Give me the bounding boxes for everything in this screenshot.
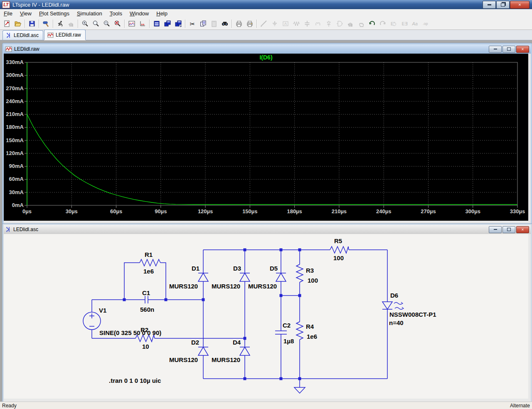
- component-d4[interactable]: [240, 338, 250, 379]
- component-d5[interactable]: [276, 250, 286, 296]
- component-r5[interactable]: [330, 246, 349, 253]
- trace-I(D6)[interactable]: [27, 62, 517, 205]
- r2-name-label[interactable]: R2: [140, 326, 148, 333]
- copy-button[interactable]: [198, 19, 209, 29]
- component-c2[interactable]: [275, 296, 287, 379]
- menu-view[interactable]: View: [16, 10, 35, 17]
- tab-label: LEDlidl.asc: [14, 32, 39, 38]
- ground-symbol[interactable]: [294, 379, 305, 393]
- component-v1[interactable]: [83, 300, 101, 338]
- d3-value-label[interactable]: MURS120: [212, 283, 240, 290]
- c2-name-label[interactable]: C2: [283, 322, 291, 329]
- waveform-window-titlebar[interactable]: LEDlidl.raw ×: [4, 44, 531, 54]
- component-r3[interactable]: [296, 250, 303, 296]
- menu-file[interactable]: File: [0, 10, 16, 17]
- d5-name-label[interactable]: D5: [270, 265, 278, 272]
- menu-window[interactable]: Window: [126, 10, 153, 17]
- tile-vertical-button[interactable]: [151, 19, 162, 29]
- trace-legend[interactable]: I(D6): [4, 54, 528, 61]
- menu-plot-settings[interactable]: Plot Settings: [35, 10, 73, 17]
- new-schematic-button[interactable]: [2, 19, 12, 29]
- save-button[interactable]: [27, 19, 37, 29]
- tab-ledlidl-raw[interactable]: LEDlidl.raw: [44, 30, 86, 40]
- autorange-button[interactable]: [126, 19, 137, 29]
- d1-value-label[interactable]: MURS120: [169, 283, 198, 290]
- d6-name-label[interactable]: D6: [390, 292, 398, 299]
- print-button[interactable]: [244, 19, 255, 29]
- r4-value-label[interactable]: 1e6: [307, 333, 317, 340]
- undo-button[interactable]: [367, 19, 377, 29]
- r5-name-label[interactable]: R5: [334, 237, 342, 244]
- v1-value-label[interactable]: SINE(0 325 50 0 0 90): [99, 329, 161, 336]
- restore-button[interactable]: [496, 1, 510, 9]
- print-preview-button[interactable]: [234, 19, 244, 29]
- toolbar-separator: [124, 20, 125, 28]
- d1-name-label[interactable]: D1: [192, 265, 200, 272]
- control-panel-button[interactable]: [41, 19, 52, 29]
- r1-value-label[interactable]: 1e6: [143, 268, 154, 275]
- menu-bar: File View Plot Settings Simulation Tools…: [0, 9, 532, 18]
- d2-name-label[interactable]: D2: [191, 339, 199, 346]
- r3-value-label[interactable]: 100: [308, 277, 318, 284]
- child-minimize-button[interactable]: [489, 226, 502, 233]
- d4-value-label[interactable]: MURS120: [212, 356, 240, 363]
- r3-name-label[interactable]: R3: [306, 267, 314, 274]
- d6-param-label[interactable]: n=40: [389, 319, 404, 326]
- schematic-canvas[interactable]: V1 SINE(0 325 50 0 0 90) R1 1e6 C1 560n …: [4, 234, 528, 399]
- r4-name-label[interactable]: R4: [306, 323, 314, 330]
- zoom-back-button[interactable]: [91, 19, 101, 29]
- spice-directive-text[interactable]: .tran 0 1 0 10µ uic: [109, 377, 161, 384]
- d6-value-label[interactable]: NSSW008CT-P1: [389, 311, 436, 318]
- zoom-out-button[interactable]: [101, 19, 112, 29]
- move-icon: [347, 20, 354, 27]
- component-c1[interactable]: [145, 296, 148, 303]
- child-maximize-button[interactable]: [502, 226, 515, 233]
- component-r4[interactable]: [296, 296, 303, 379]
- save-icon: [28, 20, 36, 27]
- d2-value-label[interactable]: MURS120: [169, 356, 198, 363]
- component-d3[interactable]: [240, 250, 250, 338]
- schematic-file-icon: [6, 32, 12, 38]
- child-close-button[interactable]: ×: [516, 226, 529, 233]
- close-button[interactable]: ×: [510, 1, 530, 9]
- c1-name-label[interactable]: C1: [142, 289, 150, 296]
- child-close-button[interactable]: ×: [516, 46, 529, 53]
- y-tick-label: 270mA: [6, 85, 24, 91]
- child-minimize-button[interactable]: [489, 46, 502, 53]
- toolbar-separator: [78, 20, 79, 28]
- tab-ledlidl-asc[interactable]: LEDlidl.asc: [2, 30, 43, 40]
- child-maximize-button[interactable]: [502, 46, 515, 53]
- r1-name-label[interactable]: R1: [145, 251, 153, 258]
- run-button[interactable]: [55, 19, 66, 29]
- find-button[interactable]: [219, 19, 230, 29]
- wire-button: [259, 19, 269, 29]
- cascade-button[interactable]: [173, 19, 184, 29]
- plot-settings-button[interactable]: [137, 19, 148, 29]
- c2-value-label[interactable]: 1µ8: [283, 338, 294, 345]
- c1-value-label[interactable]: 560n: [140, 306, 154, 313]
- minimize-button[interactable]: [483, 1, 496, 9]
- r5-value-label[interactable]: 100: [333, 254, 344, 261]
- paste-button: [209, 19, 219, 29]
- waveform-plot-area[interactable]: I(D6) 330mA300mA270mA240mA210mA180mA150m…: [4, 54, 528, 221]
- tile-horizontal-button[interactable]: [162, 19, 173, 29]
- open-file-icon: [14, 20, 22, 27]
- schematic-window-titlebar[interactable]: LEDlidl.asc ×: [4, 225, 531, 234]
- menu-simulation[interactable]: Simulation: [73, 10, 106, 17]
- r2-value-label[interactable]: 10: [142, 343, 149, 350]
- open-file-button[interactable]: [12, 19, 23, 29]
- waveform-plot[interactable]: 330mA300mA270mA240mA210mA180mA150mA120mA…: [4, 54, 528, 218]
- zoom-in-button[interactable]: [80, 19, 91, 29]
- d5-value-label[interactable]: MURS120: [248, 283, 277, 290]
- d4-name-label[interactable]: D4: [233, 339, 241, 346]
- zoom-full-extents-button[interactable]: [112, 19, 123, 29]
- component-d2[interactable]: [198, 300, 208, 379]
- menu-tools[interactable]: Tools: [106, 10, 126, 17]
- wire-icon: [260, 20, 268, 27]
- menu-help[interactable]: Help: [153, 10, 171, 17]
- d3-name-label[interactable]: D3: [233, 265, 241, 272]
- component-d1[interactable]: [198, 250, 208, 300]
- cut-button[interactable]: ✂: [187, 19, 198, 29]
- copy-icon: [200, 20, 207, 27]
- v1-name-label[interactable]: V1: [99, 307, 106, 314]
